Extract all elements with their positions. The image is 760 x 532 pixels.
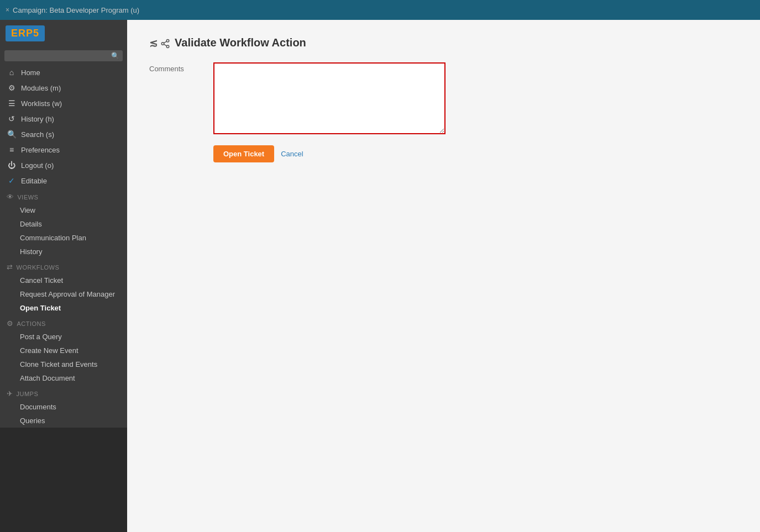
- sidebar-item-create-event[interactable]: Create New Event: [0, 344, 127, 357]
- sidebar: ERP5 🔍 ⌂ Home ⚙ Modules (m) ☰ Worklists …: [0, 20, 127, 532]
- views-icon: 👁: [7, 193, 14, 201]
- sidebar-item-documents[interactable]: Documents: [0, 400, 127, 414]
- sidebar-item-history-view[interactable]: History: [0, 245, 127, 259]
- open-ticket-button[interactable]: Open Ticket: [213, 145, 274, 162]
- sidebar-item-history[interactable]: ↺ History (h): [0, 111, 127, 127]
- actions-section-label: ⚙ ACTIONS: [0, 315, 127, 330]
- logout-icon: ⏻: [7, 161, 17, 170]
- sidebar-item-details[interactable]: Details: [0, 217, 127, 231]
- sidebar-item-post-query[interactable]: Post a Query: [0, 330, 127, 344]
- sidebar-item-label: Preferences: [21, 146, 60, 154]
- logo-highlight: 5: [33, 28, 39, 39]
- search-nav-icon: 🔍: [7, 130, 17, 139]
- check-icon: ✓: [7, 176, 17, 185]
- history-icon: ↺: [7, 114, 17, 123]
- sidebar-item-view[interactable]: View: [0, 203, 127, 217]
- comments-textarea[interactable]: [213, 62, 445, 134]
- share-icon: ≲: [149, 37, 170, 49]
- svg-line-3: [164, 44, 166, 46]
- sidebar-item-request-approval[interactable]: Request Approval of Manager: [0, 287, 127, 301]
- page-title: ≲ Validate Workflow Action: [149, 36, 738, 49]
- sidebar-item-search[interactable]: 🔍 Search (s): [0, 127, 127, 142]
- actions-icon: ⚙: [7, 319, 14, 328]
- sidebar-bottom: [0, 428, 127, 532]
- workflows-section-label: ⇄ WORKFLOWS: [0, 259, 127, 273]
- modules-icon: ⚙: [7, 83, 17, 92]
- logo: ERP5: [6, 25, 45, 41]
- sidebar-item-home[interactable]: ⌂ Home: [0, 65, 127, 80]
- sidebar-item-label: Logout (o): [21, 161, 54, 170]
- svg-point-0: [166, 39, 169, 42]
- comments-row: Comments: [149, 62, 738, 134]
- sidebar-item-modules[interactable]: ⚙ Modules (m): [0, 80, 127, 96]
- logo-text: ERP: [11, 28, 33, 39]
- tab[interactable]: × Campaign: Beta Developer Program (u): [6, 6, 139, 14]
- top-bar: × Campaign: Beta Developer Program (u): [0, 0, 760, 20]
- sidebar-item-cancel-ticket[interactable]: Cancel Ticket: [0, 273, 127, 287]
- preferences-icon: ≡: [7, 145, 17, 154]
- cancel-button[interactable]: Cancel: [281, 150, 303, 158]
- sidebar-item-queries[interactable]: Queries: [0, 414, 127, 428]
- sidebar-item-editable[interactable]: ✓ Editable: [0, 173, 127, 188]
- svg-line-4: [164, 41, 166, 43]
- main-layout: ERP5 🔍 ⌂ Home ⚙ Modules (m) ☰ Worklists …: [0, 20, 760, 532]
- sidebar-item-attach-doc[interactable]: Attach Document: [0, 371, 127, 385]
- sidebar-item-label: Home: [21, 69, 40, 77]
- jumps-section-label: ✈ JUMPS: [0, 385, 127, 400]
- sidebar-item-label: Worklists (w): [21, 99, 62, 108]
- sidebar-item-clone-ticket[interactable]: Clone Ticket and Events: [0, 357, 127, 371]
- search-icon: 🔍: [111, 52, 119, 60]
- form-actions: Open Ticket Cancel: [213, 145, 738, 162]
- sidebar-item-open-ticket[interactable]: Open Ticket: [0, 301, 127, 315]
- tab-label: Campaign: Beta Developer Program (u): [13, 6, 139, 14]
- worklists-icon: ☰: [7, 99, 17, 108]
- comments-label: Comments: [149, 62, 205, 73]
- sidebar-logo: ERP5: [0, 20, 127, 47]
- home-icon: ⌂: [7, 68, 17, 77]
- sidebar-item-worklists[interactable]: ☰ Worklists (w): [0, 96, 127, 111]
- tab-close-icon[interactable]: ×: [6, 6, 9, 14]
- sidebar-item-label: Modules (m): [21, 84, 61, 92]
- search-input[interactable]: [8, 52, 111, 60]
- sidebar-item-label: Editable: [21, 177, 47, 185]
- sidebar-item-label: History (h): [21, 115, 54, 123]
- workflows-icon: ⇄: [7, 263, 13, 271]
- sidebar-item-preferences[interactable]: ≡ Preferences: [0, 142, 127, 157]
- sidebar-item-label: Search (s): [21, 130, 54, 139]
- content-area: ≲ Validate Workflow Action Comments Open…: [127, 20, 760, 532]
- svg-point-2: [166, 45, 169, 48]
- search-bar[interactable]: 🔍: [4, 50, 123, 61]
- sidebar-item-logout[interactable]: ⏻ Logout (o): [0, 157, 127, 173]
- views-section-label: 👁 VIEWS: [0, 188, 127, 203]
- sidebar-item-communication-plan[interactable]: Communication Plan: [0, 231, 127, 245]
- svg-point-1: [161, 43, 164, 45]
- jumps-icon: ✈: [7, 389, 13, 398]
